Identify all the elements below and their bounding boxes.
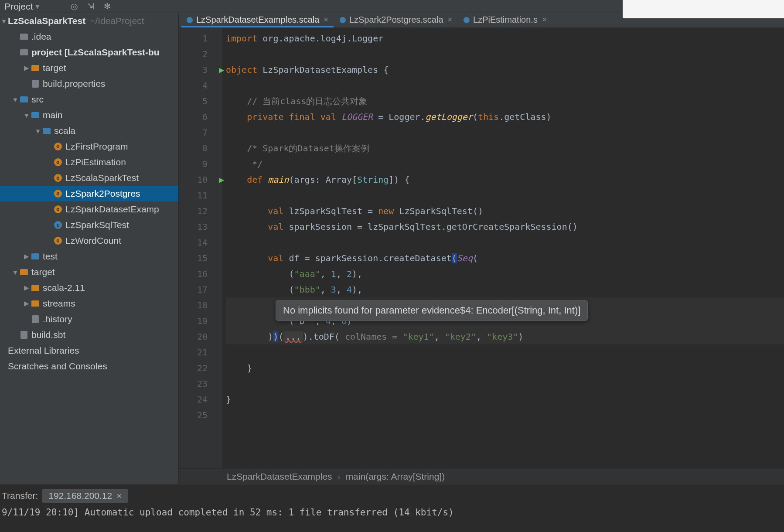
project-root[interactable]: LzScalaSparkTest <box>8 16 85 26</box>
tree-label: LzSpark2Postgres <box>65 188 140 199</box>
line-gutter[interactable]: 1234567891011121314151617181920212223242… <box>179 28 215 468</box>
tree-arrow-icon[interactable]: ▼ <box>23 112 31 119</box>
line-number[interactable]: 6 <box>179 109 215 125</box>
tree-node[interactable]: oLzSparkDatasetExamp <box>0 201 178 217</box>
tab-label: LzSparkDatasetExamples.scala <box>196 15 319 25</box>
line-number[interactable]: 2 <box>179 46 215 62</box>
editor-tab[interactable]: LzPiEstimation.s× <box>458 14 552 27</box>
tree-node[interactable]: External Libraries <box>0 343 178 358</box>
tree-node[interactable]: build.sbt <box>0 327 178 343</box>
line-number[interactable]: 7 <box>179 125 215 140</box>
line-number[interactable]: 16 <box>179 266 215 282</box>
line-number[interactable]: 24 <box>179 392 215 407</box>
transfer-host-tab[interactable]: 192.168.200.12× <box>42 489 128 503</box>
tree-node[interactable]: ▶target <box>0 60 178 76</box>
tree-arrow-icon[interactable]: ▼ <box>11 269 19 276</box>
line-number[interactable]: 17 <box>179 282 215 297</box>
tree-label: main <box>43 110 63 120</box>
project-root-path: ~/IdeaProject <box>90 16 144 26</box>
close-icon[interactable]: × <box>448 15 453 24</box>
tree-arrow-icon[interactable]: ▶ <box>23 300 31 307</box>
tree-label: src <box>31 94 44 105</box>
code-editor[interactable]: 1234567891011121314151617181920212223242… <box>179 28 784 468</box>
error-tooltip: No implicits found for parameter evidenc… <box>276 300 588 321</box>
tree-label: scala-2.11 <box>43 283 85 293</box>
tree-node[interactable]: .idea <box>0 29 178 44</box>
tree-label: LzWordCount <box>65 235 121 246</box>
tree-node[interactable]: .history <box>0 311 178 327</box>
line-number[interactable]: 10 <box>179 172 215 188</box>
project-tree[interactable]: ▼ LzScalaSparkTest ~/IdeaProject .ideapr… <box>0 13 179 484</box>
folder-icon <box>42 126 51 136</box>
line-number[interactable]: 9 <box>179 156 215 172</box>
line-number[interactable]: 15 <box>179 250 215 266</box>
tree-label: LzScalaSparkTest <box>65 173 139 183</box>
chevron-down-icon[interactable]: ▼ <box>0 17 8 25</box>
tree-node[interactable]: project [LzScalaSparkTest-bu <box>0 44 178 60</box>
tree-label: LzPiEstimation <box>65 157 126 167</box>
tree-label: LzFirstProgram <box>65 141 128 152</box>
tree-label: LzSparkSqlTest <box>65 220 129 230</box>
tree-label: build.properties <box>43 78 106 89</box>
tree-node[interactable]: ▶scala-2.11 <box>0 280 178 296</box>
line-number[interactable]: 11 <box>179 188 215 203</box>
tree-arrow-icon[interactable]: ▶ <box>23 64 31 72</box>
breadcrumb-class[interactable]: LzSparkDatasetExamples <box>227 471 332 482</box>
tree-node[interactable]: ▼target <box>0 264 178 280</box>
tree-node[interactable]: oLzScalaSparkTest <box>0 170 178 186</box>
breadcrumb-method[interactable]: main(args: Array[String]) <box>346 471 445 482</box>
tree-label: build.sbt <box>31 330 65 340</box>
tree-node[interactable]: oLzPiEstimation <box>0 154 178 170</box>
tree-node[interactable]: Scratches and Consoles <box>0 358 178 374</box>
tree-node[interactable]: oLzFirstProgram <box>0 139 178 154</box>
line-number[interactable]: 21 <box>179 344 215 360</box>
line-number[interactable]: 12 <box>179 203 215 219</box>
tree-arrow-icon[interactable]: ▶ <box>23 252 31 260</box>
gear-icon[interactable]: ✻ <box>102 1 113 12</box>
code-area[interactable]: import import org.apache.log4j.Loggerorg… <box>222 28 784 468</box>
tree-node[interactable]: oLzSpark2Postgres <box>0 186 178 201</box>
folder-icon <box>31 283 40 293</box>
tree-arrow-icon[interactable]: ▼ <box>11 96 19 103</box>
tree-node[interactable]: ▼main <box>0 107 178 123</box>
line-number[interactable]: 20 <box>179 329 215 344</box>
line-number[interactable]: 1 <box>179 31 215 46</box>
collapse-icon[interactable]: ⇲ <box>85 1 96 12</box>
tree-node[interactable]: cLzSparkSqlTest <box>0 217 178 233</box>
close-icon[interactable]: × <box>324 15 328 24</box>
line-number[interactable]: 25 <box>179 407 215 423</box>
line-number[interactable]: 8 <box>179 140 215 156</box>
tree-node[interactable]: ▼src <box>0 92 178 107</box>
file-icon <box>19 330 29 340</box>
scala-object-icon: o <box>53 205 63 214</box>
line-number[interactable]: 19 <box>179 313 215 329</box>
tree-arrow-icon[interactable]: ▼ <box>34 127 42 135</box>
project-dropdown[interactable]: Project <box>4 1 33 12</box>
line-number[interactable]: 5 <box>179 93 215 109</box>
editor-tab[interactable]: LzSpark2Postgres.scala× <box>334 14 457 27</box>
target-icon[interactable]: ◎ <box>68 1 80 12</box>
tree-node[interactable]: ▼scala <box>0 123 178 139</box>
line-number[interactable]: 13 <box>179 219 215 235</box>
scala-class-icon: c <box>53 220 63 230</box>
tree-label: .history <box>43 314 72 324</box>
tree-node[interactable]: build.properties <box>0 76 178 92</box>
line-number[interactable]: 22 <box>179 360 215 376</box>
tree-arrow-icon[interactable]: ▶ <box>23 284 31 292</box>
line-number[interactable]: 18 <box>179 297 215 313</box>
tree-node[interactable]: oLzWordCount <box>0 233 178 249</box>
line-number[interactable]: 3 <box>179 62 215 78</box>
line-number[interactable]: 23 <box>179 376 215 392</box>
breadcrumb[interactable]: LzSparkDatasetExamples › main(args: Arra… <box>179 468 784 484</box>
editor-tab[interactable]: LzSparkDatasetExamples.scala× <box>181 14 334 27</box>
tree-node[interactable]: ▶test <box>0 249 178 264</box>
line-number[interactable]: 4 <box>179 78 215 93</box>
tree-label: streams <box>43 298 75 309</box>
line-number[interactable]: 14 <box>179 235 215 250</box>
close-icon[interactable]: × <box>116 491 122 501</box>
tree-node[interactable]: ▶streams <box>0 296 178 311</box>
folder-icon <box>19 48 29 57</box>
fold-gutter[interactable] <box>215 28 222 468</box>
close-icon[interactable]: × <box>542 15 547 24</box>
scala-object-icon: o <box>53 236 63 246</box>
